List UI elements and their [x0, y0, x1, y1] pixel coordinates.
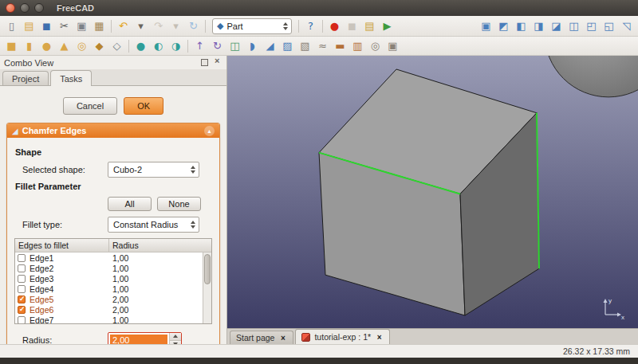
selected-shape-row: Selected shape: Cubo-2: [22, 162, 212, 178]
document-tab[interactable]: tutorial-exp : 1*: [295, 329, 390, 344]
collapse-icon[interactable]: ▴: [204, 126, 215, 136]
shape-builder-icon[interactable]: ◇: [108, 38, 125, 54]
fillet-icon[interactable]: ◗: [244, 38, 261, 54]
boolean-cut-icon[interactable]: ◐: [150, 38, 167, 54]
chamfer-icon[interactable]: ◢: [262, 38, 278, 54]
column-header-edges[interactable]: Edges to fillet: [15, 239, 109, 252]
right-view-icon[interactable]: ◪: [548, 18, 565, 34]
fit-all-icon[interactable]: ▣: [478, 18, 494, 34]
part-box-icon[interactable]: ■: [3, 38, 20, 54]
edge-row[interactable]: Edge4 1,00: [15, 284, 211, 294]
edge-checkbox[interactable]: [18, 296, 26, 303]
fillet-type-combobox[interactable]: Constant Radius: [108, 217, 199, 233]
axonometric-view-icon[interactable]: ◩: [495, 18, 512, 34]
sweep-icon[interactable]: ≈: [314, 38, 331, 54]
edge-radius-value[interactable]: 1,00: [109, 315, 211, 325]
paste-icon[interactable]: ▦: [91, 18, 108, 34]
bottom-view-icon[interactable]: ◰: [583, 18, 600, 34]
measure-distance-icon[interactable]: ◹: [618, 18, 635, 34]
new-document-icon[interactable]: ▯: [3, 18, 20, 34]
undo-dropdown-icon[interactable]: ▾: [132, 18, 149, 34]
close-tab-icon[interactable]: [278, 334, 287, 342]
part-sphere-icon[interactable]: ●: [38, 38, 55, 54]
cut-icon[interactable]: ✂: [56, 18, 73, 34]
rear-view-icon[interactable]: ◫: [565, 18, 582, 34]
macro-stop-icon[interactable]: ◼: [344, 18, 360, 34]
edge-radius-value[interactable]: 1,00: [109, 264, 211, 273]
edge-checkbox[interactable]: [18, 316, 26, 324]
edge-radius-value[interactable]: 1,00: [109, 284, 211, 294]
edge-row[interactable]: Edge7 1,00: [15, 315, 211, 324]
3d-viewport[interactable]: x y: [227, 56, 638, 328]
close-tab-icon[interactable]: [375, 333, 384, 342]
edge-row[interactable]: Edge2 1,00: [15, 263, 211, 273]
ok-button[interactable]: OK: [124, 97, 163, 115]
redo-dropdown-icon[interactable]: ▾: [167, 18, 184, 34]
offset-icon[interactable]: ◎: [367, 38, 384, 54]
scrollbar-thumb[interactable]: [204, 254, 211, 284]
column-header-radius[interactable]: Radius: [109, 239, 211, 252]
sphere-object[interactable]: [545, 56, 638, 97]
part-cone-icon[interactable]: ▲: [56, 38, 73, 54]
loft-icon[interactable]: ▧: [297, 38, 313, 54]
refresh-icon[interactable]: ↻: [185, 18, 202, 34]
edge-row[interactable]: Edge6 2,00: [15, 304, 211, 315]
3d-scene[interactable]: [227, 56, 638, 328]
boolean-common-icon[interactable]: ◑: [167, 38, 184, 54]
undock-panel-icon[interactable]: [199, 57, 210, 68]
combo-view-tab[interactable]: Project: [2, 71, 49, 85]
section-icon[interactable]: ▬: [332, 38, 349, 54]
part-cylinder-icon[interactable]: ▮: [21, 38, 37, 54]
boolean-union-icon[interactable]: ●: [132, 38, 149, 54]
spin-up-icon[interactable]: [170, 333, 181, 341]
taskbox-header[interactable]: ◢ Chamfer Edges ▴: [7, 123, 219, 138]
table-scrollbar[interactable]: [203, 252, 211, 323]
part-torus-icon[interactable]: ◎: [73, 38, 90, 54]
selected-shape-combobox[interactable]: Cubo-2: [108, 162, 199, 178]
workbench-selector[interactable]: ◆ Part: [212, 18, 292, 34]
undo-icon[interactable]: ↶: [115, 18, 132, 34]
left-view-icon[interactable]: ◱: [601, 18, 617, 34]
revolve-icon[interactable]: ↻: [209, 38, 226, 54]
window-minimize-button[interactable]: [20, 3, 30, 13]
edge-checkbox[interactable]: [18, 275, 26, 283]
edge-checkbox[interactable]: [18, 306, 26, 314]
macro-record-icon[interactable]: ●: [326, 18, 343, 34]
copy-icon[interactable]: ▣: [73, 18, 90, 34]
mirror-icon[interactable]: ◫: [226, 38, 243, 54]
extrude-icon[interactable]: ↑: [191, 38, 208, 54]
top-view-icon[interactable]: ◨: [530, 18, 547, 34]
close-panel-icon[interactable]: [212, 57, 223, 68]
edge-row[interactable]: Edge1 1,00: [15, 252, 211, 263]
ruled-surface-icon[interactable]: ▨: [279, 38, 296, 54]
redo-icon[interactable]: ↷: [150, 18, 167, 34]
radius-label: Radius:: [22, 335, 108, 344]
select-none-button[interactable]: None: [157, 197, 201, 211]
window-maximize-button[interactable]: [34, 3, 44, 13]
macro-execute-icon[interactable]: ▶: [379, 18, 396, 34]
open-document-icon[interactable]: ▤: [21, 18, 37, 34]
macro-edit-icon[interactable]: ▤: [361, 18, 378, 34]
edge-checkbox[interactable]: [18, 264, 26, 272]
edge-radius-value[interactable]: 2,00: [109, 295, 211, 304]
edge-checkbox[interactable]: [18, 254, 26, 262]
edge-radius-value[interactable]: 2,00: [109, 305, 211, 315]
radius-input[interactable]: 2,00: [108, 332, 182, 344]
create-primitives-icon[interactable]: ◆: [91, 38, 108, 54]
thickness-icon[interactable]: ▣: [384, 38, 401, 54]
edge-radius-value[interactable]: 1,00: [109, 253, 211, 263]
edge-row[interactable]: Edge3 1,00: [15, 273, 211, 284]
select-all-button[interactable]: All: [108, 197, 152, 211]
cancel-button[interactable]: Cancel: [63, 97, 117, 115]
whatsthis-icon[interactable]: ?: [302, 18, 319, 34]
edge-checkbox[interactable]: [18, 285, 26, 293]
front-view-icon[interactable]: ◧: [513, 18, 530, 34]
document-tab[interactable]: Start page: [230, 331, 293, 344]
taskbox-body: Shape Selected shape: Cubo-2 Fillet Para…: [7, 138, 219, 344]
edge-radius-value[interactable]: 1,00: [109, 274, 211, 284]
edge-row[interactable]: Edge5 2,00: [15, 294, 211, 304]
save-document-icon[interactable]: ◼: [38, 18, 55, 34]
combo-view-tab[interactable]: Tasks: [50, 70, 92, 86]
cross-sections-icon[interactable]: ▥: [349, 38, 366, 54]
window-close-button[interactable]: [6, 3, 15, 13]
